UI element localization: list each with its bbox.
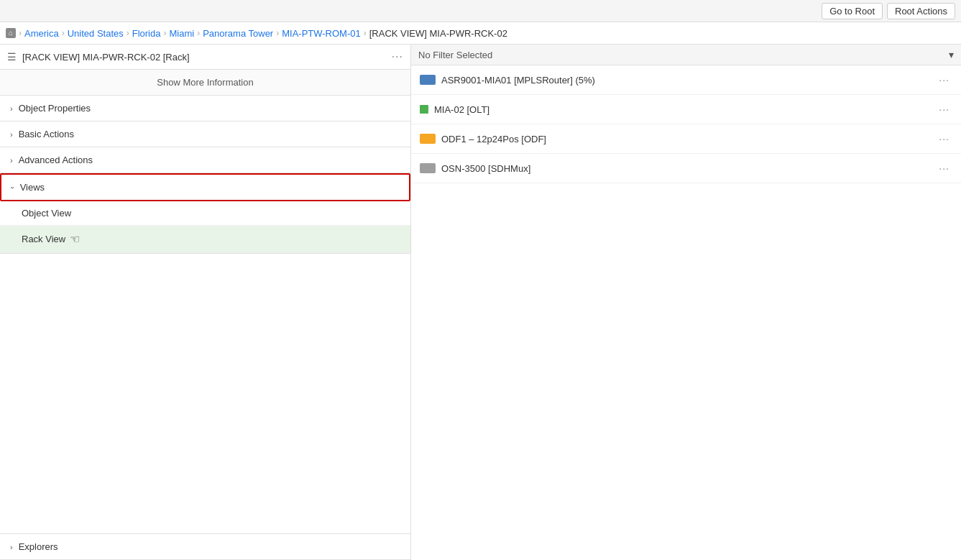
breadcrumb-item-miami[interactable]: Miami (169, 28, 194, 39)
accordion-object-properties: › Object Properties (0, 96, 410, 121)
accordion-title-advanced-actions: Advanced Actions (19, 155, 93, 165)
accordion-header-explorers[interactable]: › Explorers (0, 534, 410, 559)
breadcrumb-item-america[interactable]: America (24, 28, 59, 39)
filter-label[interactable]: No Filter Selected (418, 50, 949, 60)
breadcrumb-link-america[interactable]: America (24, 28, 59, 39)
accordion-header-views[interactable]: › Views (0, 173, 410, 201)
accordion-arrow-object-properties: › (10, 104, 13, 113)
device-name-odf1: ODF1 – 12p24Pos [ODF] (441, 134, 930, 144)
view-cursor-icon: ☜ (70, 232, 80, 246)
breadcrumb-link-mia-ptw[interactable]: MIA-PTW-ROM-01 (282, 28, 361, 39)
accordion-views: › Views Object View Rack View ☜ (0, 173, 410, 254)
device-icon-osn3500 (420, 163, 436, 173)
breadcrumb-sep-6: › (364, 28, 367, 38)
breadcrumb-item-mia-ptw[interactable]: MIA-PTW-ROM-01 (282, 28, 361, 39)
accordion-advanced-actions: › Advanced Actions (0, 147, 410, 173)
breadcrumb-sep-4: › (197, 28, 200, 38)
top-bar: Go to Root Root Actions (0, 0, 961, 22)
device-item-mia02: MIA-02 [OLT] ··· (411, 95, 961, 124)
root-actions-button[interactable]: Root Actions (887, 3, 955, 19)
breadcrumb: ⌂ › America › United States › Florida › … (0, 22, 961, 45)
device-item-odf1: ODF1 – 12p24Pos [ODF] ··· (411, 124, 961, 154)
left-panel: ☰ [RACK VIEW] MIA-PWR-RCK-02 [Rack] ··· … (0, 45, 411, 560)
goto-root-button[interactable]: Go to Root (822, 3, 883, 19)
breadcrumb-current: [RACK VIEW] MIA-PWR-RCK-02 (369, 28, 507, 39)
breadcrumb-item-us[interactable]: United States (68, 28, 124, 39)
breadcrumb-sep-1: › (62, 28, 65, 38)
device-name-osn3500: OSN-3500 [SDHMux] (441, 163, 930, 174)
accordion-arrow-views: › (9, 186, 17, 189)
breadcrumb-link-us[interactable]: United States (68, 28, 124, 39)
accordion-title-views: Views (20, 182, 45, 193)
device-menu-osn3500[interactable]: ··· (936, 161, 952, 175)
device-name-asr9001: ASR9001-MIA01 [MPLSRouter] (5%) (441, 75, 930, 86)
device-item-osn3500: OSN-3500 [SDHMux] ··· (411, 154, 961, 183)
breadcrumb-item-panorama[interactable]: Panorama Tower (203, 28, 273, 39)
accordion-title-object-properties: Object Properties (19, 103, 91, 114)
filter-bar: No Filter Selected ▾ (411, 45, 961, 65)
panel-header-icon: ☰ (7, 51, 17, 63)
accordion-title-explorers: Explorers (19, 541, 58, 552)
breadcrumb-home[interactable]: ⌂ (6, 28, 16, 38)
home-icon: ⌂ (6, 28, 16, 38)
accordion-title-basic-actions: Basic Actions (19, 129, 74, 139)
view-label-rack-view: Rack View (22, 234, 65, 244)
device-list: ASR9001-MIA01 [MPLSRouter] (5%) ··· MIA-… (411, 65, 961, 560)
right-panel: No Filter Selected ▾ ASR9001-MIA01 [MPLS… (411, 45, 961, 560)
accordion-arrow-basic-actions: › (10, 130, 13, 139)
breadcrumb-sep-5: › (276, 28, 279, 38)
accordion-header-object-properties[interactable]: › Object Properties (0, 96, 410, 121)
panel-header-menu-button[interactable]: ··· (392, 50, 403, 63)
breadcrumb-sep-2: › (127, 28, 129, 38)
breadcrumb-link-florida[interactable]: Florida (132, 28, 161, 39)
breadcrumb-sep-3: › (163, 28, 166, 38)
breadcrumb-link-panorama[interactable]: Panorama Tower (203, 28, 273, 39)
accordion-arrow-explorers: › (10, 543, 13, 551)
panel-header-title: [RACK VIEW] MIA-PWR-RCK-02 [Rack] (22, 52, 386, 63)
accordion-header-advanced-actions[interactable]: › Advanced Actions (0, 147, 410, 173)
accordion-basic-actions: › Basic Actions (0, 121, 410, 147)
device-menu-mia02[interactable]: ··· (936, 102, 952, 116)
view-item-object-view[interactable]: Object View (0, 201, 410, 226)
device-icon-asr9001 (420, 75, 436, 85)
breadcrumb-sep-0: › (19, 28, 22, 38)
device-icon-mia02 (420, 105, 428, 114)
accordion-explorers: › Explorers (0, 533, 410, 560)
main-layout: ☰ [RACK VIEW] MIA-PWR-RCK-02 [Rack] ··· … (0, 45, 961, 560)
breadcrumb-link-miami[interactable]: Miami (169, 28, 194, 39)
filter-chevron-icon[interactable]: ▾ (949, 49, 954, 60)
view-item-rack-view[interactable]: Rack View ☜ (0, 226, 410, 253)
accordion-header-basic-actions[interactable]: › Basic Actions (0, 121, 410, 147)
device-icon-odf1 (420, 134, 436, 144)
device-menu-asr9001[interactable]: ··· (936, 73, 952, 87)
breadcrumb-item-rack: [RACK VIEW] MIA-PWR-RCK-02 (369, 28, 507, 39)
panel-header: ☰ [RACK VIEW] MIA-PWR-RCK-02 [Rack] ··· (0, 45, 410, 70)
accordion-arrow-advanced-actions: › (10, 156, 13, 165)
breadcrumb-item-florida[interactable]: Florida (132, 28, 161, 39)
device-name-mia02: MIA-02 [OLT] (434, 104, 930, 115)
device-item-asr9001: ASR9001-MIA01 [MPLSRouter] (5%) ··· (411, 65, 961, 95)
left-panel-spacer (0, 254, 410, 533)
show-more-button[interactable]: Show More Information (0, 70, 410, 96)
device-menu-odf1[interactable]: ··· (936, 132, 952, 146)
view-label-object-view: Object View (22, 208, 71, 219)
